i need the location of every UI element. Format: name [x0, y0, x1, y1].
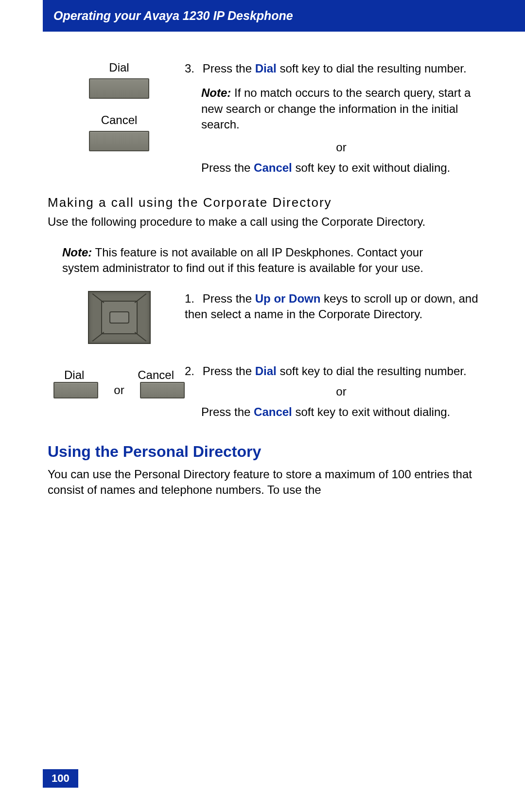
step-3-row: Dial Cancel 3. Press the Dial soft key t… [53, 61, 481, 176]
step-text: Press the [203, 292, 255, 305]
subsection-intro: Use the following procedure to make a ca… [48, 214, 481, 230]
or-text: or [336, 385, 346, 398]
cancel-softkey-label: Cancel [138, 368, 174, 382]
step-2-text: 2. Press the Dial soft key to dial the r… [185, 363, 481, 420]
step-number: 2. [185, 363, 199, 379]
dial-softkey-icon [89, 78, 149, 99]
cancel-keyword: Cancel [254, 161, 292, 174]
section-body: You can use the Personal Directory featu… [48, 467, 481, 498]
cancel-softkey-label: Cancel [53, 113, 185, 127]
page-content: Dial Cancel 3. Press the Dial soft key t… [0, 32, 525, 498]
step-text: soft key to exit without dialing. [292, 161, 451, 174]
note-block: Note: This feature is not available on a… [62, 245, 462, 276]
or-separator: or [201, 384, 481, 399]
note-text: This feature is not available on all IP … [62, 246, 423, 274]
step-text: soft key to dial the resulting number. [277, 364, 467, 378]
header-title: Operating your Avaya 1230 IP Deskphone [53, 9, 293, 22]
dial-keyword: Dial [255, 364, 277, 378]
step-number: 1. [185, 291, 199, 307]
note-label: Note: [201, 86, 231, 99]
updown-keyword: Up or Down [255, 292, 321, 305]
step-2-row: Dial Cancel or 2. Press the Dial soft ke… [53, 363, 481, 420]
cancel-softkey-icon [140, 382, 185, 398]
step-1-text: 1. Press the Up or Down keys to scroll u… [185, 291, 481, 344]
step-1-row: 1. Press the Up or Down keys to scroll u… [53, 291, 481, 344]
dial-keyword: Dial [255, 62, 277, 75]
step-text: Press the [203, 62, 255, 75]
inline-softkeys-column: Dial Cancel or [53, 363, 185, 420]
page-number: 100 [43, 769, 78, 788]
step-text: Press the [203, 364, 255, 378]
cancel-softkey-icon [89, 131, 149, 151]
section-heading: Using the Personal Directory [48, 443, 481, 461]
subsection-heading: Making a call using the Corporate Direct… [48, 195, 481, 210]
note-label: Note: [62, 246, 92, 259]
or-text: or [336, 141, 346, 154]
step-text: Press the [201, 161, 254, 174]
note-text: If no match occurs to the search query, … [201, 86, 471, 131]
dial-softkey-label: Dial [64, 368, 84, 382]
or-text: or [114, 383, 124, 397]
step-number: 3. [185, 61, 199, 76]
step-3-text: 3. Press the Dial soft key to dial the r… [185, 61, 481, 176]
dial-softkey-label: Dial [53, 61, 185, 74]
navigation-pad-icon [88, 291, 151, 344]
cancel-keyword: Cancel [254, 405, 292, 418]
or-separator: or [201, 140, 481, 155]
step-text: Press the [201, 405, 254, 418]
softkeys-column: Dial Cancel [53, 61, 185, 176]
dial-softkey-icon [53, 382, 98, 398]
page-header: Operating your Avaya 1230 IP Deskphone [43, 0, 525, 32]
navpad-column [53, 291, 185, 344]
step-text: soft key to exit without dialing. [292, 405, 451, 418]
inline-softkeys: Dial Cancel or [53, 368, 185, 398]
step-text: soft key to dial the resulting number. [277, 62, 467, 75]
document-page: Operating your Avaya 1230 IP Deskphone D… [0, 0, 525, 812]
